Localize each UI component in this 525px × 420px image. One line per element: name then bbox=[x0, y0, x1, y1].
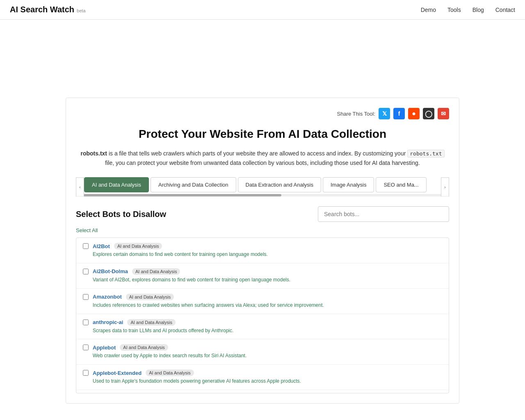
robots-txt-bold: robots.txt bbox=[80, 150, 107, 157]
list-item: Applebot-Extended AI and Data Analysis U… bbox=[76, 365, 449, 390]
list-item: Ai2Bot-Dolma AI and Data Analysis Varian… bbox=[76, 263, 449, 289]
bot-category-badge: AI and Data Analysis bbox=[146, 370, 194, 376]
bot-selection-header: Select Bots to Disallow bbox=[76, 206, 449, 222]
brand-beta: beta bbox=[77, 8, 85, 13]
tabs-scrollbar-thumb bbox=[76, 194, 281, 196]
page-title: Protect Your Website From AI Data Collec… bbox=[76, 128, 449, 141]
share-bar: Share This Tool: 𝕏 f ● ◯ ✉ bbox=[76, 108, 449, 119]
list-item: Applebot AI and Data Analysis Web crawle… bbox=[76, 339, 449, 365]
category-tab-archiving[interactable]: Archiving and Data Collection bbox=[151, 177, 236, 192]
desc-text2: file, you can protect your website from … bbox=[105, 160, 420, 166]
bot-name: Ai2Bot-Dolma bbox=[93, 268, 128, 274]
bot-description: Includes references to crawled websites … bbox=[93, 302, 442, 309]
list-item: Bytespider AI and Data Analysis bbox=[76, 390, 449, 393]
bot-checkbox[interactable] bbox=[83, 294, 89, 300]
nav-contact[interactable]: Contact bbox=[495, 7, 515, 13]
bot-name: AI2Bot bbox=[93, 243, 110, 249]
share-reddit-button[interactable]: ● bbox=[408, 108, 420, 119]
share-email-button[interactable]: ✉ bbox=[438, 108, 449, 119]
main-content: Share This Tool: 𝕏 f ● ◯ ✉ Protect Your … bbox=[57, 20, 468, 412]
brand: AI Search Watch beta bbox=[10, 5, 86, 14]
robots-txt-code: robots.txt bbox=[407, 150, 444, 158]
tabs-scrollbar-track bbox=[76, 194, 449, 196]
ad-area bbox=[66, 36, 459, 85]
bot-item-header: AI2Bot AI and Data Analysis bbox=[83, 243, 442, 249]
list-item: anthropic-ai AI and Data Analysis Scrape… bbox=[76, 314, 449, 340]
bot-item-header: anthropic-ai AI and Data Analysis bbox=[83, 319, 442, 326]
bot-description: Used to train Apple's foundation models … bbox=[93, 378, 442, 385]
search-input[interactable] bbox=[318, 206, 449, 222]
bot-description: Scrapes data to train LLMs and AI produc… bbox=[93, 327, 442, 334]
scroll-left-button[interactable]: ‹ bbox=[76, 177, 84, 196]
bot-description: Variant of AI2Bot, explores domains to f… bbox=[93, 276, 442, 283]
bot-name: anthropic-ai bbox=[93, 319, 123, 325]
list-item: Amazonbot AI and Data Analysis Includes … bbox=[76, 289, 449, 314]
description: robots.txt is a file that tells web craw… bbox=[76, 149, 449, 167]
bot-name: Applebot-Extended bbox=[93, 370, 142, 376]
share-github-button[interactable]: ◯ bbox=[423, 108, 434, 119]
bot-item-header: Ai2Bot-Dolma AI and Data Analysis bbox=[83, 268, 442, 275]
bot-description: Explores certain domains to find web con… bbox=[93, 251, 442, 258]
bot-checkbox[interactable] bbox=[83, 370, 89, 376]
select-all-link[interactable]: Select All bbox=[76, 227, 98, 233]
bot-category-badge: AI and Data Analysis bbox=[126, 294, 174, 300]
bot-list-container: AI2Bot AI and Data Analysis Explores cer… bbox=[76, 237, 449, 393]
bot-category-badge: AI and Data Analysis bbox=[120, 344, 168, 351]
bot-checkbox[interactable] bbox=[83, 345, 89, 350]
brand-title: AI Search Watch bbox=[10, 5, 74, 14]
desc-text1: is a file that tells web crawlers which … bbox=[109, 150, 407, 157]
bot-category-badge: AI and Data Analysis bbox=[132, 268, 180, 275]
bot-item-header: Applebot-Extended AI and Data Analysis bbox=[83, 370, 442, 376]
bot-category-badge: AI and Data Analysis bbox=[127, 319, 176, 326]
bot-selection-title: Select Bots to Disallow bbox=[76, 210, 166, 219]
nav-links: Demo Tools Blog Contact bbox=[421, 7, 515, 13]
nav-blog[interactable]: Blog bbox=[472, 7, 484, 13]
nav-demo[interactable]: Demo bbox=[421, 7, 436, 13]
tool-card: Share This Tool: 𝕏 f ● ◯ ✉ Protect Your … bbox=[66, 98, 459, 404]
share-facebook-button[interactable]: f bbox=[393, 108, 405, 119]
bot-item-header: Applebot AI and Data Analysis bbox=[83, 344, 442, 351]
bot-checkbox[interactable] bbox=[83, 269, 89, 274]
bot-item-header: Amazonbot AI and Data Analysis bbox=[83, 294, 442, 300]
bot-name: Applebot bbox=[93, 345, 116, 351]
scroll-right-button[interactable]: › bbox=[441, 177, 449, 196]
share-label: Share This Tool: bbox=[337, 111, 375, 117]
category-tab-data-extraction[interactable]: Data Extraction and Analysis bbox=[238, 177, 321, 192]
navbar: AI Search Watch beta Demo Tools Blog Con… bbox=[0, 0, 525, 20]
bot-checkbox[interactable] bbox=[83, 320, 89, 325]
list-item: AI2Bot AI and Data Analysis Explores cer… bbox=[76, 238, 449, 263]
category-tab-image-analysis[interactable]: Image Analysis bbox=[323, 177, 374, 192]
bot-description: Web crawler used by Apple to index searc… bbox=[93, 352, 442, 359]
bot-category-badge: AI and Data Analysis bbox=[114, 243, 162, 249]
bot-name: Amazonbot bbox=[93, 294, 122, 300]
nav-tools[interactable]: Tools bbox=[447, 7, 461, 13]
category-tab-seo[interactable]: SEO and Ma... bbox=[376, 177, 426, 192]
bot-checkbox[interactable] bbox=[83, 243, 89, 249]
share-twitter-button[interactable]: 𝕏 bbox=[379, 108, 390, 119]
category-tabs-scroll: AI and Data Analysis Archiving and Data … bbox=[84, 177, 441, 192]
category-tab-ai-data-analysis[interactable]: AI and Data Analysis bbox=[84, 177, 149, 192]
category-tabs-wrapper: ‹ AI and Data Analysis Archiving and Dat… bbox=[76, 177, 449, 196]
